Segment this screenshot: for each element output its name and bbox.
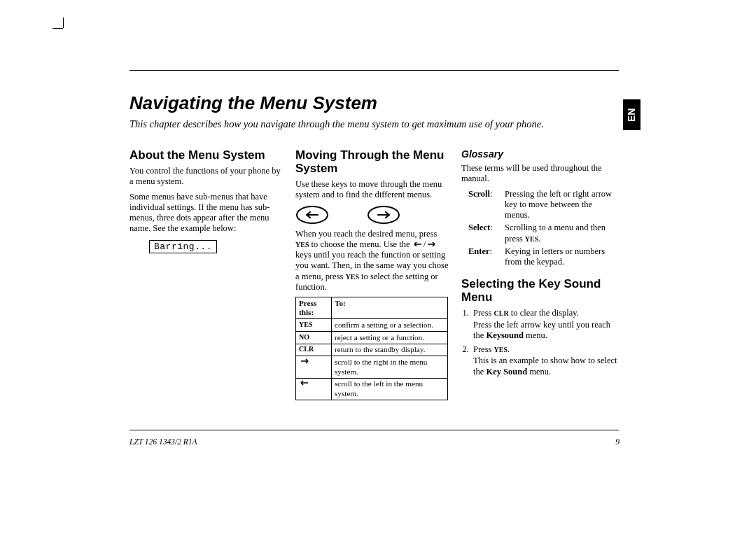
arrow-key-icons	[295, 205, 452, 225]
heading-about: About the Menu System	[130, 148, 286, 162]
crop-mark	[63, 17, 64, 28]
chapter-title: Navigating the Menu System	[130, 92, 377, 114]
right-arrow-key-icon	[367, 205, 400, 225]
body-text: Some menus have sub-menus that have indi…	[130, 192, 286, 234]
glossary-item: Enter Keying in letters or numbers from …	[468, 246, 619, 268]
heading-glossary: Glossary	[461, 148, 619, 160]
table-row: scroll to the left in the menu system.	[296, 378, 448, 400]
chapter-intro: This chapter describes how you navigate …	[130, 118, 595, 130]
left-arrow-key-icon	[295, 205, 329, 225]
heading-selecting: Selecting the Key Sound Menu	[461, 277, 619, 304]
glossary-item: Select Scrolling to a menu and then pres…	[468, 223, 619, 244]
glossary-item: Scroll Pressing the left or right arrow …	[468, 189, 619, 221]
left-arrow-icon	[412, 240, 424, 247]
table-header: To:	[332, 297, 448, 319]
header-rule	[130, 70, 619, 71]
footer-pagenum: 9	[615, 437, 620, 446]
heading-moving: Moving Through the Menu System	[295, 148, 452, 175]
manual-page: EN Navigating the Menu System This chapt…	[130, 0, 620, 534]
crop-mark	[52, 28, 63, 29]
step-list: Press CLR to clear the display. Press th…	[461, 308, 619, 377]
body-text: These terms will be used throughout the …	[461, 163, 619, 185]
right-arrow-icon	[426, 240, 437, 247]
column-glossary-select: Glossary These terms will be used throug…	[461, 148, 619, 381]
table-header: Press this:	[296, 297, 332, 319]
column-moving: Moving Through the Menu System Use these…	[295, 148, 452, 400]
body-text: Use these keys to move through the menu …	[295, 179, 452, 201]
table-row: CLR return to the standby display.	[296, 344, 448, 356]
table-row: scroll to the right in the menu system.	[296, 356, 448, 378]
table-row: NO reject a setting or a function.	[296, 332, 448, 344]
body-text: You control the functions of your phone …	[130, 166, 286, 188]
footer-rule	[130, 430, 619, 430]
column-about: About the Menu System You control the fu…	[130, 148, 286, 253]
right-arrow-icon	[299, 358, 310, 365]
press-table: Press this: To: YES confirm a setting or…	[295, 297, 448, 400]
left-arrow-icon	[299, 379, 310, 386]
language-tab: EN	[623, 99, 640, 130]
body-text: When you reach the desired menu, press Y…	[295, 229, 452, 293]
lcd-example: Barring...	[149, 240, 217, 254]
step-item: Press YES. This is an example to show ho…	[471, 344, 619, 377]
table-row: YES confirm a setting or a selection.	[296, 319, 448, 332]
footer-docid: LZT 126 1343/2 R1A	[130, 437, 197, 446]
step-item: Press CLR to clear the display. Press th…	[471, 308, 619, 341]
